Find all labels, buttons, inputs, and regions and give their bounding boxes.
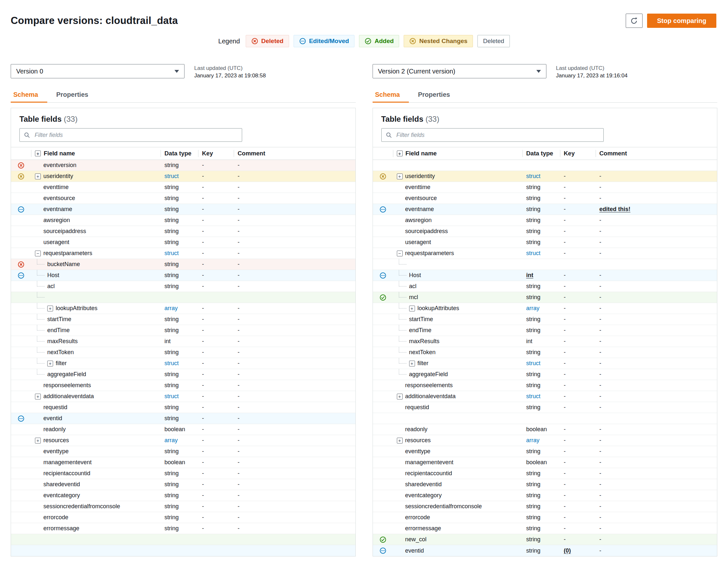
stop-comparing-button[interactable]: Stop comparing	[647, 14, 716, 28]
tab-properties[interactable]: Properties	[409, 88, 459, 102]
comment-value: -	[599, 360, 601, 367]
comment-value: -	[599, 448, 601, 455]
comment-value-cell: -	[234, 303, 355, 314]
data-type-cell: string	[161, 270, 198, 281]
field-name-cell: readonly	[31, 424, 161, 435]
data-type: string	[164, 349, 179, 356]
expand-toggle[interactable]: +	[35, 174, 41, 179]
comment-value-cell: -	[596, 314, 717, 325]
field-name-cell: +additionaleventdata	[393, 391, 522, 402]
row-status-cell	[11, 468, 31, 479]
tab-schema[interactable]: Schema	[373, 88, 409, 102]
expand-toggle[interactable]: +	[47, 361, 53, 366]
field-name: eventid	[405, 547, 424, 554]
field-name-cell: mcl	[393, 292, 522, 303]
key-value: -	[202, 327, 204, 334]
data-type-cell: string	[161, 314, 198, 325]
tab-properties[interactable]: Properties	[47, 88, 97, 102]
comment-value: -	[238, 503, 240, 510]
expand-toggle[interactable]: +	[397, 174, 403, 179]
field-row-errorcode: errorcodestring--	[11, 512, 355, 523]
comment-value: -	[238, 162, 240, 169]
data-type-cell: string	[522, 534, 560, 545]
column-header-field-name: Field name	[44, 150, 75, 157]
tab-schema[interactable]: Schema	[11, 88, 47, 102]
field-row-errormessage: errormessagestring--	[11, 523, 355, 534]
row-status-cell	[373, 226, 393, 237]
row-status-cell	[373, 325, 393, 336]
row-status-cell	[373, 479, 393, 490]
filter-fields-input[interactable]	[19, 128, 242, 142]
row-status-cell	[373, 303, 393, 314]
key-value-cell: -	[198, 193, 234, 204]
expand-toggle[interactable]: −	[35, 251, 41, 256]
comment-value-cell: -	[596, 457, 717, 468]
field-row-acl: aclstring--	[11, 281, 355, 292]
expand-toggle[interactable]: +	[409, 361, 415, 366]
expand-toggle[interactable]: +	[397, 394, 403, 399]
tree-guide	[399, 303, 407, 309]
data-type: struct	[526, 173, 541, 180]
version-select[interactable]: Version 2 (Current version)	[373, 64, 546, 78]
search-icon	[24, 132, 30, 138]
row-status-cell	[11, 292, 31, 303]
data-type: array	[526, 305, 540, 312]
data-type-cell: string	[522, 501, 560, 512]
last-updated-label: Last updated (UTC)	[556, 64, 628, 72]
comment-value-cell: -	[234, 237, 355, 248]
row-status-cell	[373, 160, 393, 171]
key-value-cell: -	[560, 226, 596, 237]
field-row-endTime: endTimestring--	[11, 325, 355, 336]
key-value: -	[564, 283, 566, 290]
field-row-resources: +resourcesarray--	[11, 435, 355, 446]
edited-icon	[17, 415, 25, 422]
row-status-cell	[373, 391, 393, 402]
refresh-button[interactable]	[626, 14, 643, 28]
filter-fields-input[interactable]	[381, 128, 604, 142]
data-type-cell: string	[522, 314, 560, 325]
row-status-cell	[11, 523, 31, 534]
expand-toggle[interactable]: +	[47, 306, 53, 311]
field-name: requestid	[405, 404, 429, 411]
key-value-cell: -	[198, 358, 234, 369]
field-name: errorcode	[405, 514, 430, 521]
version-select[interactable]: Version 0	[11, 64, 185, 78]
tree-guide	[37, 325, 45, 331]
data-type: string	[526, 349, 541, 356]
expand-toggle[interactable]: +	[35, 394, 41, 399]
data-type-cell: string	[522, 512, 560, 523]
row-status-cell	[373, 424, 393, 435]
key-value: -	[202, 338, 204, 345]
tree-guide	[37, 281, 45, 286]
data-type-cell: int	[522, 270, 560, 281]
expand-toggle[interactable]: +	[409, 306, 415, 311]
comment-value-cell: -	[234, 380, 355, 391]
expand-toggle[interactable]: +	[397, 438, 403, 443]
key-value: -	[564, 316, 566, 323]
data-type: string	[164, 415, 179, 422]
key-value-cell: -	[198, 314, 234, 325]
field-name: useridentity	[405, 173, 435, 180]
field-name-cell: sourceipaddress	[393, 226, 522, 237]
data-type-cell: struct	[522, 358, 560, 369]
expand-toggle[interactable]: +	[35, 438, 41, 443]
key-value-cell: -	[560, 281, 596, 292]
expand-toggle[interactable]: −	[397, 251, 403, 256]
comment-value-cell: -	[596, 380, 717, 391]
comment-value-cell: -	[234, 281, 355, 292]
tree-guide	[399, 281, 407, 286]
status-column-header	[373, 147, 393, 160]
expand-all-toggle[interactable]: +	[397, 151, 403, 156]
comment-value-cell: -	[596, 534, 717, 545]
data-type-cell: string	[522, 479, 560, 490]
field-name: Host	[47, 272, 59, 279]
data-type: struct	[164, 393, 179, 400]
expand-all-toggle[interactable]: +	[35, 151, 41, 156]
data-type: struct	[164, 360, 179, 367]
field-row-sessioncredentialfromconsole: sessioncredentialfromconsolestring--	[373, 501, 717, 512]
edited-icon	[379, 547, 386, 554]
comment-value: -	[238, 481, 240, 488]
comment-value-cell: -	[596, 270, 717, 281]
data-type-cell: struct	[522, 171, 560, 182]
comment-value-cell: -	[234, 193, 355, 204]
